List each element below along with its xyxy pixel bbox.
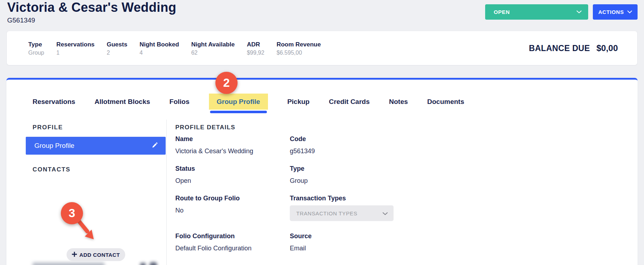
stat-label: Guests bbox=[107, 41, 127, 49]
stat-value: $99,92 bbox=[247, 50, 264, 56]
contact-action-icon[interactable] bbox=[150, 262, 157, 265]
field-name: Name Victoria & Cesar's Wedding bbox=[175, 135, 290, 155]
balance-due-label: BALANCE DUE bbox=[529, 44, 590, 53]
detail-row: Name Victoria & Cesar's Wedding Code g56… bbox=[175, 135, 315, 155]
stat-label: Night Available bbox=[191, 41, 235, 49]
stat-type: Type Group bbox=[28, 41, 44, 56]
actions-button[interactable]: ACTIONS bbox=[593, 4, 638, 20]
pencil-icon[interactable] bbox=[152, 142, 158, 150]
transaction-types-select-value: TRANSACTION TYPES bbox=[296, 210, 357, 216]
stat-label: Type bbox=[28, 41, 44, 49]
chevron-down-icon bbox=[382, 210, 388, 216]
field-folio-configuration: Folio Configuration Default Folio Config… bbox=[175, 232, 290, 252]
tab-notes[interactable]: Notes bbox=[389, 94, 408, 110]
add-contact-button[interactable]: ADD CONTACT bbox=[67, 248, 125, 261]
field-value: Victoria & Cesar's Wedding bbox=[175, 147, 290, 155]
field-transaction-types: Transaction Types TRANSACTION TYPES bbox=[290, 194, 394, 221]
tab-bar: Reservations Allotment Blocks Folios Gro… bbox=[33, 94, 464, 110]
annotation-step-3-badge: 3 bbox=[61, 202, 83, 224]
group-detail-page: Victoria & Cesar's Wedding G561349 OPEN … bbox=[0, 0, 644, 265]
field-label: Folio Configuration bbox=[175, 232, 290, 240]
page-title: Victoria & Cesar's Wedding bbox=[7, 0, 176, 15]
tab-credit-cards[interactable]: Credit Cards bbox=[329, 94, 370, 110]
balance-due: BALANCE DUE $0,00 bbox=[529, 43, 618, 53]
tab-reservations[interactable]: Reservations bbox=[33, 94, 75, 110]
detail-row: Status Open Type Group bbox=[175, 165, 308, 185]
contact-row-actions bbox=[140, 262, 157, 265]
field-label: Route to Group Folio bbox=[175, 194, 290, 202]
stat-value: Group bbox=[28, 50, 44, 56]
actions-button-label: ACTIONS bbox=[598, 9, 624, 15]
status-dropdown-label: OPEN bbox=[494, 9, 510, 15]
field-type: Type Group bbox=[290, 165, 308, 185]
redacted-contact-name bbox=[33, 262, 104, 265]
sidebar-item-group-profile[interactable]: Group Profile bbox=[26, 137, 166, 155]
field-label: Code bbox=[290, 135, 315, 143]
balance-due-value: $0,00 bbox=[596, 43, 618, 53]
tab-folios[interactable]: Folios bbox=[170, 94, 190, 110]
sidebar-item-label: Group Profile bbox=[34, 142, 74, 150]
field-value: Group bbox=[290, 177, 308, 185]
stat-label: ADR bbox=[247, 41, 264, 49]
summary-stats-card: Type Group Reservations 1 Guests 2 Night… bbox=[6, 31, 638, 65]
field-source: Source Email bbox=[290, 232, 312, 252]
stat-value: 1 bbox=[56, 50, 94, 56]
tab-documents[interactable]: Documents bbox=[427, 94, 464, 110]
field-value: Default Folio Configuration bbox=[175, 244, 290, 252]
group-code: G561349 bbox=[7, 16, 35, 24]
profile-section-heading: PROFILE bbox=[33, 124, 63, 131]
field-route-to-group-folio: Route to Group Folio No bbox=[175, 194, 290, 221]
field-label: Source bbox=[290, 232, 312, 240]
chevron-down-icon bbox=[576, 10, 582, 14]
field-label: Status bbox=[175, 165, 290, 172]
field-value: Email bbox=[290, 244, 312, 252]
field-value: Open bbox=[175, 177, 290, 185]
stat-value: 4 bbox=[140, 50, 179, 56]
stat-label: Room Revenue bbox=[277, 41, 321, 49]
edit-contact-icon[interactable] bbox=[140, 263, 146, 265]
stat-reservations: Reservations 1 bbox=[56, 41, 94, 56]
stat-label: Night Booked bbox=[140, 41, 179, 49]
stat-value: 2 bbox=[107, 50, 127, 56]
transaction-types-select[interactable]: TRANSACTION TYPES bbox=[290, 205, 394, 221]
detail-row: Route to Group Folio No Transaction Type… bbox=[175, 194, 394, 221]
stat-adr: ADR $99,92 bbox=[247, 41, 264, 56]
plus-icon bbox=[72, 252, 77, 258]
field-code: Code g561349 bbox=[290, 135, 315, 155]
tab-group-profile[interactable]: Group Profile bbox=[209, 94, 268, 110]
detail-row: Folio Configuration Default Folio Config… bbox=[175, 232, 312, 252]
field-value: g561349 bbox=[290, 147, 315, 155]
group-detail-card: Reservations Allotment Blocks Folios Gro… bbox=[6, 78, 638, 265]
field-label: Transaction Types bbox=[290, 194, 394, 202]
tab-allotment-blocks[interactable]: Allotment Blocks bbox=[94, 94, 150, 110]
field-value: No bbox=[175, 206, 290, 214]
field-label: Name bbox=[175, 135, 290, 143]
stat-label: Reservations bbox=[56, 41, 94, 49]
stats-row: Type Group Reservations 1 Guests 2 Night… bbox=[7, 31, 321, 56]
status-dropdown-button[interactable]: OPEN bbox=[485, 4, 588, 20]
field-label: Type bbox=[290, 165, 308, 172]
contacts-section-heading: CONTACTS bbox=[33, 166, 70, 173]
field-status: Status Open bbox=[175, 165, 290, 185]
annotation-step-2-badge: 2 bbox=[215, 72, 238, 94]
stat-room-revenue: Room Revenue $6.595,00 bbox=[277, 41, 321, 56]
stat-guests: Guests 2 bbox=[107, 41, 127, 56]
stat-night-available: Night Available 62 bbox=[191, 41, 235, 56]
chevron-down-icon bbox=[627, 10, 632, 14]
add-contact-label: ADD CONTACT bbox=[79, 252, 120, 258]
sidebar-divider bbox=[166, 120, 167, 265]
profile-details-heading: PROFILE DETAILS bbox=[175, 124, 235, 131]
stat-night-booked: Night Booked 4 bbox=[140, 41, 179, 56]
stat-value: $6.595,00 bbox=[277, 50, 321, 56]
stat-value: 62 bbox=[191, 50, 235, 56]
tab-pickup[interactable]: Pickup bbox=[287, 94, 309, 110]
